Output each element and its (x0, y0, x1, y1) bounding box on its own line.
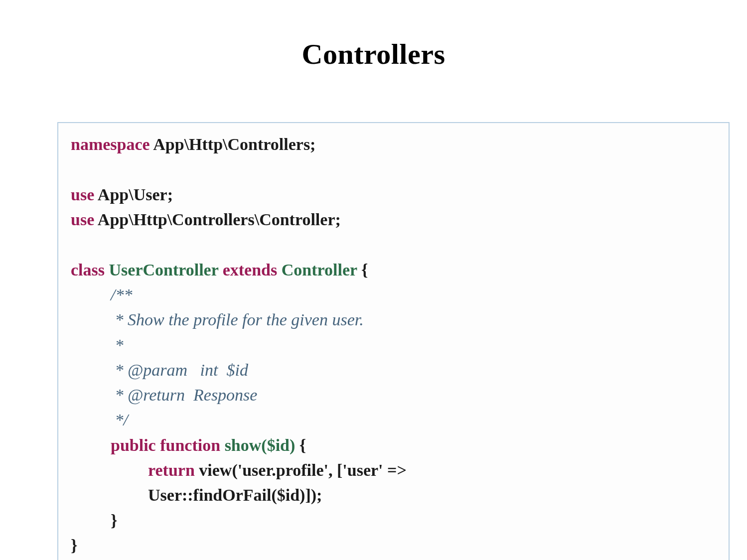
class-name: Controller (277, 261, 361, 279)
brace: } (71, 536, 77, 555)
kw-use: use (71, 185, 94, 204)
comment-line: * @param int $id (111, 361, 248, 379)
code-text: User::findOrFail($id)]); (148, 486, 322, 504)
kw-public: public (111, 436, 156, 454)
kw-use: use (71, 210, 94, 229)
kw-function: function (160, 436, 220, 454)
code-text: App\Http\Controllers\Controller; (94, 210, 341, 229)
comment-line: /** (111, 285, 132, 304)
code-text: view('user.profile', ['user' => (195, 461, 407, 479)
comment-line: * (111, 336, 124, 354)
space (156, 436, 160, 454)
comment-line: * @return Response (111, 386, 257, 404)
slide: Controllers namespace App\Http\Controlle… (0, 37, 747, 560)
code-box: namespace App\Http\Controllers; use App\… (57, 122, 730, 560)
code-text: App\Http\Controllers; (150, 135, 316, 153)
kw-namespace: namespace (71, 135, 150, 153)
code-content: namespace App\Http\Controllers; use App\… (71, 132, 716, 558)
kw-extends: extends (223, 261, 278, 279)
brace: { (361, 261, 368, 279)
brace: { (299, 436, 306, 454)
function-name: show($id) (220, 436, 299, 454)
class-name: UserController (105, 261, 223, 279)
code-text: App\User; (94, 185, 173, 204)
kw-class: class (71, 261, 105, 279)
slide-title: Controllers (0, 37, 747, 71)
comment-line: */ (111, 411, 128, 429)
kw-return: return (148, 461, 195, 479)
comment-line: * Show the profile for the given user. (111, 310, 364, 329)
brace: } (111, 511, 117, 530)
